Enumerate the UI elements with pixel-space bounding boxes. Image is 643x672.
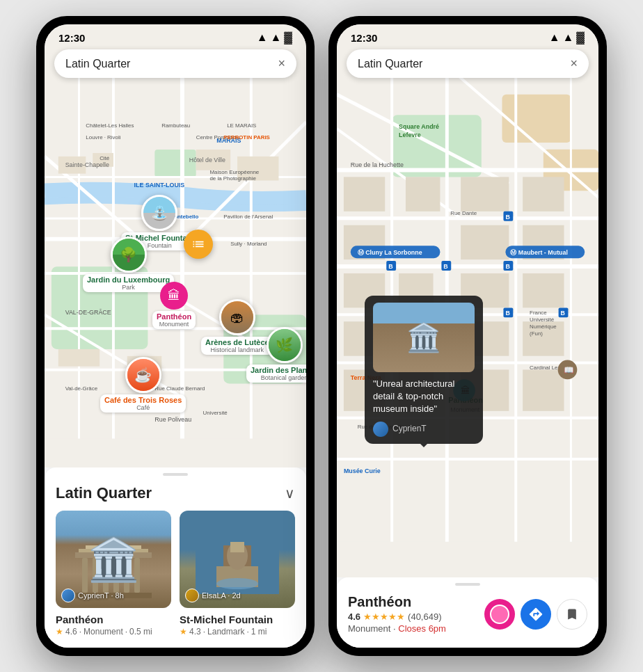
tooltip-user-avatar	[373, 422, 388, 437]
svg-text:Châtelet-Les Halles: Châtelet-Les Halles	[86, 122, 134, 129]
svg-point-64	[216, 578, 258, 589]
svg-text:Rue Dante: Rue Dante	[450, 210, 477, 216]
svg-text:Pavillon de l'Arsenal: Pavillon de l'Arsenal	[223, 214, 273, 220]
tooltip-image: 🏛️	[373, 303, 475, 372]
right-status-bar: 12:30 ▲ ▲ ▓	[337, 24, 598, 47]
left-status-bar: 12:30 ▲ ▲ ▓	[45, 24, 306, 47]
directions-icon	[528, 607, 543, 622]
tooltip-username: CyprienT	[392, 423, 427, 435]
pin-jardin-plantes[interactable]: 🌿 Jardin des Plantes Botanical garden	[246, 327, 306, 383]
svg-text:Rue Poliveau: Rue Poliveau	[154, 416, 191, 423]
bottom-card-actions	[484, 599, 587, 630]
left-status-icons: ▲ ▲ ▓	[257, 31, 292, 44]
st-michel-separator: ·	[203, 627, 205, 637]
svg-text:B: B	[443, 263, 448, 270]
svg-text:Musée Curie: Musée Curie	[344, 467, 381, 474]
right-search-input[interactable]: Latin Quarter	[358, 58, 570, 70]
svg-text:B: B	[505, 214, 510, 221]
pantheon-card-name: Panthéon	[56, 614, 171, 625]
svg-rect-48	[79, 549, 148, 552]
svg-text:Val-de-Grâce: Val-de-Grâce	[65, 385, 98, 392]
pin-overview[interactable]	[184, 230, 213, 259]
svg-text:Ⓜ Maubert - Mutual: Ⓜ Maubert - Mutual	[510, 249, 568, 256]
pink-action-btn[interactable]	[484, 599, 515, 630]
svg-rect-49	[86, 545, 141, 549]
bottom-card-count: (40,649)	[408, 611, 441, 622]
pin-pantheon[interactable]: 🏛 Panthéon Monument	[152, 282, 196, 329]
pantheon-place-card[interactable]: CyprienT · 8h Panthéon ★ 4.6 · Monument …	[56, 511, 171, 637]
st-michel-card-image: ElsaLA · 2d	[180, 511, 295, 608]
bookmark-btn[interactable]	[557, 599, 587, 630]
right-map-area[interactable]: Rue de la Huchette Square André Lefevre …	[337, 24, 598, 577]
svg-rect-22	[58, 349, 100, 367]
right-battery-icon: ▓	[576, 31, 585, 44]
right-bottom-card: Panthéon 4.6 ★★★★★ (40,649) Monument · C…	[337, 577, 598, 648]
pin-cafe[interactable]: ☕ Café des Trois Roses Café	[100, 357, 186, 413]
left-time: 12:30	[58, 32, 85, 44]
st-michel-star: ★	[180, 627, 187, 637]
left-phone: Sainte-Chapelle Hôtel de Ville MARAIS IL…	[36, 16, 315, 656]
pin-pantheon-label: Panthéon	[157, 312, 191, 321]
pantheon-user-info: CyprienT · 8h	[78, 591, 124, 600]
pin-jardin-plantes-sublabel: Botanical garden	[251, 374, 306, 381]
svg-text:Rambuteau: Rambuteau	[161, 122, 190, 129]
pin-jardin-plantes-label: Jardin des Plantes	[251, 366, 306, 374]
left-phone-screen: Sainte-Chapelle Hôtel de Ville MARAIS IL…	[45, 24, 306, 648]
left-search-close[interactable]: ×	[278, 56, 285, 71]
svg-text:📖: 📖	[564, 365, 574, 375]
left-search-bar[interactable]: Latin Quarter ×	[54, 49, 296, 78]
st-michel-rating: 4.3	[189, 627, 201, 637]
svg-rect-56	[124, 558, 129, 593]
st-michel-type: Landmark	[207, 627, 244, 637]
st-michel-user-avatar	[185, 589, 199, 602]
svg-text:Maison Européenne: Maison Européenne	[209, 169, 259, 175]
svg-text:(Fun): (Fun)	[530, 330, 543, 337]
svg-text:Sully · Morland: Sully · Morland	[230, 241, 267, 248]
svg-point-50	[96, 545, 131, 558]
pantheon-distance: 0.5 mi	[129, 627, 152, 637]
right-signal-icon: ▲	[549, 31, 560, 44]
svg-rect-83	[344, 177, 385, 211]
svg-rect-87	[461, 225, 509, 259]
pantheon-separator: ·	[79, 627, 81, 637]
right-time: 12:30	[351, 32, 377, 44]
pantheon-type: Monument	[84, 627, 123, 637]
left-search-input[interactable]: Latin Quarter	[65, 58, 278, 70]
svg-text:Numérique: Numérique	[530, 323, 557, 330]
st-michel-illustration	[196, 525, 279, 594]
bottom-card-inner: Panthéon 4.6 ★★★★★ (40,649) Monument · C…	[348, 594, 587, 634]
map-tooltip: 🏛️ "Unreal architectural detail & top-no…	[365, 296, 483, 444]
pantheon-card-meta: ★ 4.6 · Monument · 0.5 mi	[56, 627, 171, 637]
pin-cafe-sublabel: Café	[104, 404, 182, 411]
right-search-bar[interactable]: Latin Quarter ×	[347, 49, 589, 78]
left-map-area[interactable]: Sainte-Chapelle Hôtel de Ville MARAIS IL…	[45, 24, 306, 467]
sheet-chevron[interactable]: ∨	[285, 485, 295, 502]
svg-text:PERROTIN PARIS: PERROTIN PARIS	[223, 134, 270, 141]
svg-rect-67	[502, 95, 571, 143]
right-search-close[interactable]: ×	[570, 56, 578, 71]
bottom-card-rating-row: 4.6 ★★★★★ (40,649)	[348, 611, 476, 622]
svg-text:Sainte-Chapelle: Sainte-Chapelle	[65, 161, 109, 168]
left-signal-icon: ▲	[257, 31, 268, 44]
st-michel-card-meta: ★ 4.3 · Landmark · 1 mi	[180, 627, 295, 637]
directions-btn[interactable]	[521, 599, 551, 630]
bottom-card-stars: ★★★★★	[363, 611, 405, 622]
svg-rect-55	[113, 558, 119, 593]
bottom-card-type: Monument	[348, 623, 390, 634]
left-wifi-icon: ▲	[270, 31, 281, 44]
svg-rect-85	[461, 177, 509, 211]
svg-text:B: B	[388, 263, 393, 270]
sheet-title: Latin Quarter	[56, 484, 152, 502]
right-wifi-icon: ▲	[562, 31, 573, 44]
svg-rect-63	[230, 542, 244, 552]
st-michel-place-card[interactable]: ElsaLA · 2d St-Michel Fountain ★ 4.3 · L…	[180, 511, 295, 637]
left-map-container: Sainte-Chapelle Hôtel de Ville MARAIS IL…	[45, 24, 306, 467]
pantheon-user-avatar	[61, 589, 75, 602]
st-michel-user-info: ElsaLA · 2d	[202, 591, 241, 600]
svg-rect-92	[523, 273, 564, 307]
right-map-container: Rue de la Huchette Square André Lefevre …	[337, 24, 598, 577]
pantheon-rating: 4.6	[65, 627, 77, 637]
pink-circle-icon	[490, 605, 509, 624]
tooltip-quote: "Unreal architectural detail & top-notch…	[373, 378, 475, 416]
bookmark-icon	[565, 607, 579, 621]
